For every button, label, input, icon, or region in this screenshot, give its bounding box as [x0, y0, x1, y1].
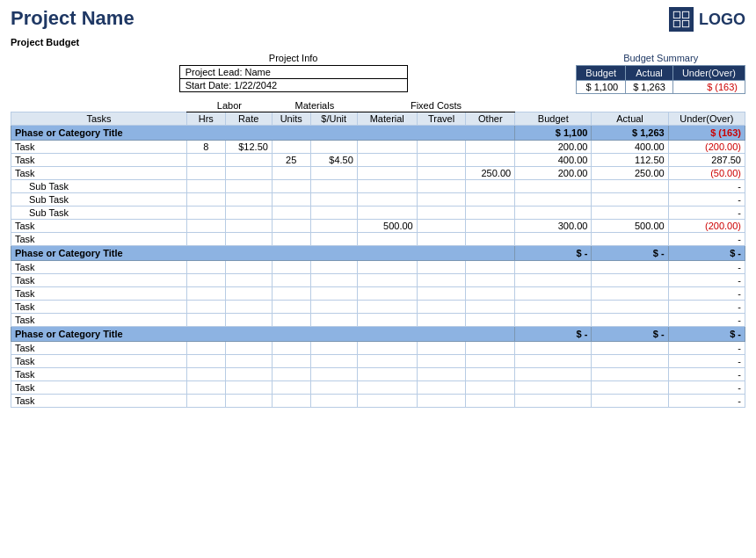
task-hrs: [186, 207, 225, 220]
task-actual: [592, 287, 668, 301]
task-label: Task: [11, 141, 187, 154]
task-label: Task: [11, 368, 187, 381]
task-other: [466, 368, 515, 381]
task-label: Task: [11, 287, 187, 301]
task-label: Task: [11, 355, 187, 368]
task-per-unit: [310, 207, 357, 220]
task-other: [466, 180, 515, 193]
task-travel: [417, 287, 466, 301]
task-material: [357, 154, 417, 167]
task-rate: [225, 395, 272, 408]
task-label: Task: [11, 233, 187, 246]
phase-budget: $ 1,100: [515, 126, 592, 141]
task-other: [466, 287, 515, 301]
task-under: -: [668, 287, 745, 301]
task-per-unit: [310, 141, 357, 154]
task-actual: [592, 274, 668, 287]
task-travel: [417, 301, 466, 314]
task-budget: 300.00: [515, 220, 592, 233]
task-label: Task: [11, 314, 187, 327]
task-budget: [515, 355, 592, 368]
budget-summary-col-under: Under(Over): [672, 66, 745, 81]
logo-icon: [669, 7, 694, 32]
task-per-unit: [310, 261, 357, 274]
task-actual: [592, 342, 668, 355]
task-label: Sub Task: [11, 180, 187, 193]
task-material: [357, 368, 417, 381]
task-rate: [225, 314, 272, 327]
task-under: 287.50: [668, 154, 745, 167]
task-other: [466, 193, 515, 207]
task-hrs: [186, 274, 225, 287]
col-group-materials: Materials: [272, 99, 357, 112]
task-rate: [225, 154, 272, 167]
task-label: Task: [11, 381, 187, 395]
budget-summary-title: Budget Summary: [623, 53, 698, 63]
task-under: (200.00): [668, 220, 745, 233]
budget-summary-val-under: $ (163): [672, 81, 745, 94]
task-hrs: [186, 355, 225, 368]
task-rate: [225, 261, 272, 274]
col-group-header-row: Labor Materials Fixed Costs: [11, 99, 745, 112]
task-budget: [515, 314, 592, 327]
task-material: [357, 342, 417, 355]
task-rate: $12.50: [225, 141, 272, 154]
task-label: Sub Task: [11, 193, 187, 207]
task-label: Task: [11, 154, 187, 167]
task-units: [272, 207, 310, 220]
task-per-unit: [310, 314, 357, 327]
project-info-section: Project Info Project Lead: Name Start Da…: [11, 53, 576, 94]
task-label: Task: [11, 220, 187, 233]
task-actual: [592, 261, 668, 274]
task-units: 25: [272, 154, 310, 167]
task-units: [272, 141, 310, 154]
task-rate: [225, 342, 272, 355]
task-budget: 200.00: [515, 141, 592, 154]
project-name: Project Name: [11, 7, 134, 30]
task-row: Task 500.00 300.00 500.00 (200.00): [11, 220, 745, 233]
task-hrs: [186, 220, 225, 233]
task-hrs: [186, 314, 225, 327]
start-date: Start Date: 1/22/2042: [180, 79, 407, 91]
task-per-unit: $4.50: [310, 154, 357, 167]
task-hrs: [186, 261, 225, 274]
col-header-hrs: Hrs: [186, 112, 225, 126]
task-rate: [225, 301, 272, 314]
task-other: [466, 141, 515, 154]
info-summary-row: Project Info Project Lead: Name Start Da…: [0, 51, 756, 99]
task-rate: [225, 220, 272, 233]
task-material: [357, 395, 417, 408]
task-actual: 112.50: [592, 154, 668, 167]
task-row: Task 8 $12.50 200.00 400.00 (200.00): [11, 141, 745, 154]
task-units: [272, 180, 310, 193]
phase-label: Phase or Category Title: [11, 246, 515, 261]
task-units: [272, 193, 310, 207]
project-info-table: Project Lead: Name Start Date: 1/22/2042: [179, 65, 408, 92]
svg-rect-4: [674, 12, 680, 18]
task-label: Task: [11, 274, 187, 287]
task-actual: [592, 301, 668, 314]
task-row: Task -: [11, 381, 745, 395]
task-travel: [417, 342, 466, 355]
task-hrs: [186, 154, 225, 167]
task-actual: 500.00: [592, 220, 668, 233]
col-header-material: Material: [357, 112, 417, 126]
task-hrs: [186, 301, 225, 314]
task-actual: [592, 368, 668, 381]
project-budget-label: Project Budget: [11, 37, 79, 47]
task-other: [466, 314, 515, 327]
col-header-per-unit: $/Unit: [310, 112, 357, 126]
phase-under: $ -: [668, 246, 745, 261]
col-header-travel: Travel: [417, 112, 466, 126]
task-budget: [515, 287, 592, 301]
task-row: Task -: [11, 355, 745, 368]
task-under: -: [668, 368, 745, 381]
header: Project Name LOGO: [0, 0, 756, 35]
task-rate: [225, 381, 272, 395]
task-actual: 400.00: [592, 141, 668, 154]
task-rate: [225, 287, 272, 301]
task-per-unit: [310, 220, 357, 233]
task-units: [272, 167, 310, 180]
task-units: [272, 342, 310, 355]
task-actual: [592, 207, 668, 220]
